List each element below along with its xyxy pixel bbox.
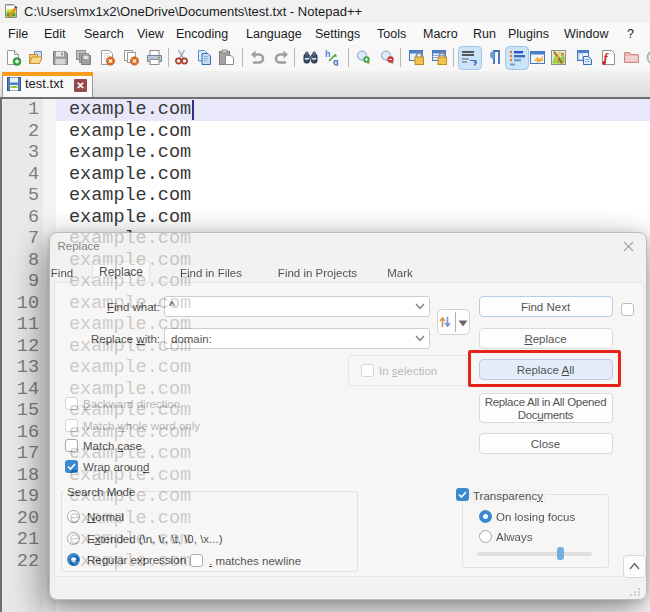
svg-text:h: h [325, 49, 331, 59]
svg-text:g: g [333, 57, 339, 66]
